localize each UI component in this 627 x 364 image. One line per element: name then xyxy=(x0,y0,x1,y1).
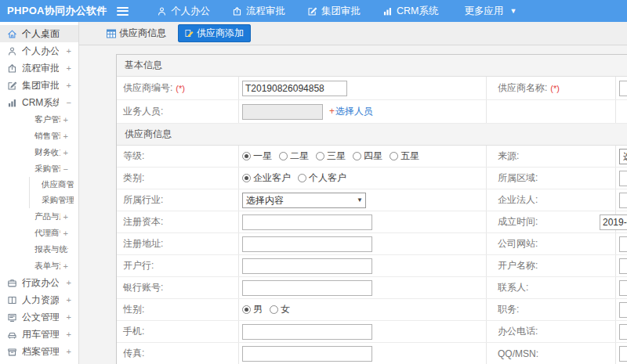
expand-toggle[interactable]: + xyxy=(63,132,68,141)
text-input[interactable] xyxy=(619,171,627,186)
text-input[interactable] xyxy=(242,280,372,296)
sidebar-item[interactable]: CRM系统− xyxy=(0,94,78,111)
select-input[interactable]: 选择内容 xyxy=(619,149,627,164)
sidebar-item[interactable]: 产品与库存+ xyxy=(0,208,78,225)
sidebar-item[interactable]: 采购管理 xyxy=(30,193,78,208)
radio-option[interactable]: 个人客户 xyxy=(298,171,346,185)
sidebar-item[interactable]: 财务收支+ xyxy=(0,144,78,160)
form-row: 供应商编号:(*)供应商名称:(*) xyxy=(117,77,627,100)
expand-toggle[interactable]: + xyxy=(67,46,71,56)
sidebar-item[interactable]: 用车管理+ xyxy=(0,326,78,343)
field-label-cell: QQ/MSN: xyxy=(486,343,615,364)
field-cell xyxy=(615,168,627,189)
expand-toggle[interactable]: + xyxy=(63,261,68,271)
text-input[interactable] xyxy=(600,214,627,230)
sidebar-item[interactable]: 供应商管理 xyxy=(30,177,78,193)
topnav-item-label: 更多应用 xyxy=(464,5,503,18)
expand-toggle[interactable]: + xyxy=(67,330,71,339)
text-input[interactable] xyxy=(619,236,627,252)
select-field[interactable]: 选择内容▼ xyxy=(619,149,627,164)
text-input[interactable] xyxy=(619,280,627,296)
sidebar-item[interactable]: 个人桌面 xyxy=(0,25,78,42)
radio-button[interactable] xyxy=(279,152,288,160)
tab-0[interactable]: 供应商信息 xyxy=(102,24,171,42)
expand-toggle[interactable]: + xyxy=(67,295,71,305)
radio-option[interactable]: 一星 xyxy=(242,150,272,163)
select-person-link[interactable]: +选择人员 xyxy=(329,105,373,118)
sidebar-item-label: 集团审批 xyxy=(22,79,59,92)
expand-toggle[interactable]: − xyxy=(67,98,71,107)
topnav-item-4[interactable]: 更多应用▼ xyxy=(460,5,516,18)
radio-button[interactable] xyxy=(242,152,251,160)
radio-option[interactable]: 企业客户 xyxy=(242,171,291,185)
radio-option[interactable]: 三星 xyxy=(316,150,346,163)
text-input[interactable] xyxy=(242,258,372,274)
caret-down-icon: ▼ xyxy=(509,7,516,15)
field-label-cell: 手机: xyxy=(117,321,238,342)
radio-button[interactable] xyxy=(298,174,306,182)
sidebar-item[interactable]: 档案管理+ xyxy=(0,343,78,360)
sidebar-item-label: 档案管理 xyxy=(22,345,59,359)
expand-toggle[interactable]: + xyxy=(67,347,71,356)
expand-toggle[interactable]: + xyxy=(67,81,71,90)
radio-button[interactable] xyxy=(242,305,251,314)
radio-option[interactable]: 女 xyxy=(270,303,290,316)
expand-toggle[interactable]: − xyxy=(63,164,68,174)
sidebar-item[interactable]: 公文管理+ xyxy=(0,308,78,326)
text-input[interactable] xyxy=(619,258,627,274)
field-label: 职务: xyxy=(498,303,519,316)
tab-1[interactable]: 供应商添加 xyxy=(178,24,251,42)
text-input[interactable] xyxy=(242,324,372,340)
text-input[interactable] xyxy=(242,104,323,120)
select-field[interactable]: 选择内容▼ xyxy=(242,193,366,208)
text-input[interactable] xyxy=(242,214,372,230)
share-icon xyxy=(232,6,242,16)
expand-toggle[interactable]: + xyxy=(67,312,71,322)
expand-toggle[interactable]: + xyxy=(63,115,68,124)
topnav-item-0[interactable]: 个人办公 xyxy=(157,5,210,18)
hamburger-icon[interactable] xyxy=(117,7,129,16)
sidebar-item[interactable]: 表单与流程设置+ xyxy=(0,258,78,274)
radio-button[interactable] xyxy=(316,152,324,160)
sidebar-item[interactable]: 集团审批+ xyxy=(0,77,78,94)
text-input[interactable] xyxy=(619,193,627,208)
form-row: 等级:一星二星三星四星五星来源:选择内容▼ xyxy=(117,146,627,168)
sidebar-item[interactable]: 人力资源+ xyxy=(0,291,78,308)
radio-option[interactable]: 二星 xyxy=(279,150,309,163)
sidebar-item[interactable]: 代理商管理+ xyxy=(0,225,78,241)
expand-toggle[interactable]: + xyxy=(67,278,71,287)
sidebar-item[interactable]: 采购管理− xyxy=(0,160,78,177)
expand-toggle[interactable]: + xyxy=(63,229,68,238)
sidebar-item[interactable]: 销售管理+ xyxy=(0,128,78,144)
radio-button[interactable] xyxy=(270,305,278,314)
sidebar-item[interactable]: 客户管理+ xyxy=(0,111,78,128)
sidebar-item[interactable]: 流程审批+ xyxy=(0,59,78,77)
sidebar-item[interactable]: 行政办公+ xyxy=(0,274,78,291)
sidebar-item[interactable]: 报表与统计 xyxy=(0,241,78,258)
topnav-item-3[interactable]: CRM系统 xyxy=(382,5,438,18)
radio-option[interactable]: 五星 xyxy=(390,150,419,163)
text-input[interactable] xyxy=(619,302,627,318)
radio-button[interactable] xyxy=(390,152,398,160)
field-label: 企业法人: xyxy=(498,193,538,207)
text-input[interactable] xyxy=(242,81,347,96)
radio-label: 五星 xyxy=(400,150,419,163)
topnav-item-2[interactable]: 集团审批 xyxy=(307,5,361,18)
expand-toggle[interactable]: + xyxy=(63,148,68,157)
text-input[interactable] xyxy=(242,346,372,362)
expand-toggle[interactable]: + xyxy=(63,212,68,222)
radio-option[interactable]: 男 xyxy=(242,303,263,316)
text-input[interactable] xyxy=(619,324,627,340)
expand-toggle[interactable]: + xyxy=(67,63,71,73)
select-input[interactable]: 选择内容 xyxy=(242,193,366,208)
text-input[interactable] xyxy=(619,346,627,362)
radio-label: 企业客户 xyxy=(253,171,291,185)
radio-button[interactable] xyxy=(353,152,361,160)
text-input[interactable] xyxy=(619,81,627,96)
sidebar-item[interactable]: 个人办公+ xyxy=(0,42,78,59)
radio-button[interactable] xyxy=(242,174,251,182)
sidebar: 个人桌面个人办公+流程审批+集团审批+CRM系统−客户管理+销售管理+财务收支+… xyxy=(0,22,79,364)
text-input[interactable] xyxy=(242,236,372,252)
topnav-item-1[interactable]: 流程审批 xyxy=(232,5,285,18)
radio-option[interactable]: 四星 xyxy=(353,150,382,163)
